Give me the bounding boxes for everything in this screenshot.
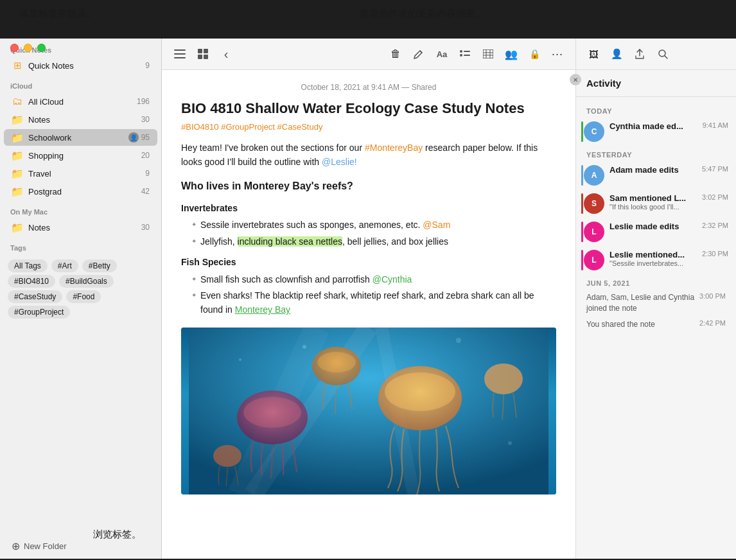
leslie-time-2: 2:30 PM [702,250,728,258]
sidebar-item-schoolwork[interactable]: 📁 Schoolwork 👤 95 [4,129,157,146]
svg-point-23 [385,372,455,411]
link-monterey-bay: Monterey Bay [235,304,290,315]
shopping-label: Shopping [28,151,141,161]
activity-text-leslie-1: Leslie made edits [609,222,697,231]
activity-date-jun5: JUN 5, 2021 [576,274,736,290]
adam-time: 5:47 PM [702,165,728,173]
delete-button[interactable]: 🗑 [385,45,406,63]
new-folder-label: New Folder [24,541,66,551]
activity-button[interactable]: 👤 [607,45,626,63]
main-toolbar: ‹ 🗑 Aa 👥 🔒 ··· [162,39,575,69]
list-view-button[interactable] [170,45,190,63]
sidebar-item-postgrad[interactable]: 📁 Postgrad 42 [4,183,157,200]
note-subheading-2: Fish Species [181,255,556,269]
notes-icloud-count: 30 [141,115,150,124]
sidebar-item-notes-icloud[interactable]: 📁 Notes 30 [4,111,157,128]
checklist-button[interactable] [455,45,475,63]
activity-item-cynthia[interactable]: C Cynthia made ed... 9:41 AM [576,118,736,146]
note-body: Hey team! I've broken out the sections f… [181,141,556,317]
on-my-mac-header: On My Mac [0,200,161,218]
main-window: Quick Notes ⊞ Quick Notes 9 iCloud 🗂 All… [0,39,736,559]
share-button[interactable] [630,45,649,63]
folder-icon-schoolwork: 📁 [12,132,23,143]
compose-button[interactable] [408,45,429,63]
tag-bio4810[interactable]: #BIO4810 [8,275,55,288]
invertebrate-item-1: Sessile invertebrates such as sponges, a… [181,218,556,232]
icloud-header: iCloud [0,74,161,92]
note-image-jellyfish [181,328,556,494]
tag-all-tags[interactable]: All Tags [8,259,48,272]
more-options-button[interactable]: ··· [547,45,568,63]
sam-name: Sam mentioned L... [609,193,697,203]
activity-item-leslie-edits[interactable]: L Leslie made edits 2:32 PM [576,218,736,246]
sidebar-item-shopping[interactable]: 📁 Shopping 20 [4,147,157,164]
leslie-name-1: Leslie made edits [609,222,697,231]
note-editor[interactable]: October 18, 2021 at 9:41 AM — Shared BIO… [162,70,575,559]
folder-icon-shopping: 📁 [12,150,23,161]
note-date: October 18, 2021 at 9:41 AM — Shared [181,83,556,92]
travel-label: Travel [28,169,145,179]
lock-button[interactable]: 🔒 [524,45,545,63]
svg-point-7 [460,50,462,53]
leslie-desc: "Sessile invertebrates... [609,259,697,267]
note-tags: #BIO4810 #GroupProject #CaseStudy [181,122,556,132]
search-button[interactable] [653,45,672,63]
annotation-bottom-left: 浏览标签。 [93,529,141,541]
tag-art[interactable]: #Art [51,259,78,272]
activity-shared-text: You shared the note [586,319,699,330]
tag-food[interactable]: #Food [66,290,101,303]
svg-point-27 [317,352,356,372]
back-button[interactable]: ‹ [216,45,236,63]
activity-item-leslie-mention[interactable]: L Leslie mentioned... "Sessile invertebr… [576,246,736,274]
font-button[interactable]: Aa [432,45,452,63]
postgrad-label: Postgrad [28,187,141,197]
activity-item-sam[interactable]: S Sam mentioned L... "If this looks good… [576,189,736,218]
avatar-sam: S [584,193,604,214]
grid-view-button[interactable] [193,45,213,63]
tag-casestudy[interactable]: #CaseStudy [8,290,62,303]
activity-text-adam: Adam made edits [609,165,697,175]
cynthia-time: 9:41 AM [703,121,728,129]
photos-button[interactable]: 🖼 [584,45,603,63]
svg-rect-8 [464,51,470,52]
tag-betty[interactable]: #Betty [82,259,117,272]
tag-groupproject[interactable]: #GroupProject [8,306,70,319]
svg-point-33 [508,441,512,445]
tags-section: All Tags #Art #Betty #BIO4810 #BuildGoal… [0,254,161,326]
avatar-adam: A [584,165,604,186]
svg-point-29 [213,445,241,467]
sidebar-item-all-icloud[interactable]: 🗂 All iCloud 196 [4,93,157,110]
schoolwork-label: Schoolwork [28,133,128,143]
tag-buildgoals[interactable]: #BuildGoals [59,275,114,288]
collaboration-button[interactable]: 👥 [501,45,521,63]
all-icloud-label: All iCloud [28,97,137,107]
folder-icon-notes-icloud: 📁 [12,114,23,125]
leslie-time-1: 2:32 PM [702,222,728,229]
sam-desc: "If this looks good I'll... [609,203,697,211]
table-button[interactable] [478,45,498,63]
activity-title: Activity [576,70,736,97]
sidebar: Quick Notes ⊞ Quick Notes 9 iCloud 🗂 All… [0,39,162,559]
leslie-name-2: Leslie mentioned... [609,250,697,259]
svg-point-32 [239,358,241,361]
activity-shared: You shared the note 2:42 PM [576,317,736,333]
toolbar-row: ‹ 🗑 Aa 👥 🔒 ··· 🖼 👤 [162,39,736,70]
notes-icloud-label: Notes [28,115,141,125]
note-subheading-1: Invertebrates [181,201,556,215]
avatar-cynthia: C [584,121,604,142]
svg-rect-4 [204,49,208,53]
activity-item-adam[interactable]: A Adam made edits 5:47 PM [576,161,736,189]
minimize-button[interactable] [24,44,32,52]
activity-close-button[interactable]: ✕ [570,74,581,85]
mention-sam: @Sam [423,220,450,230]
quick-notes-label: Quick Notes [28,61,145,71]
sidebar-item-travel[interactable]: 📁 Travel 9 [4,165,157,182]
svg-point-28 [484,363,523,394]
fish-item-1: Small fish such as clownfish and parrotf… [181,272,556,286]
avatar-leslie-1: L [584,222,604,242]
sidebar-item-notes-mac[interactable]: 📁 Notes 30 [4,219,157,236]
sidebar-item-quick-notes[interactable]: ⊞ Quick Notes 9 [4,57,157,74]
activity-joined: Adam, Sam, Leslie and Cynthia joined the… [576,290,736,317]
fullscreen-button[interactable] [37,44,46,52]
close-button[interactable] [10,44,19,52]
